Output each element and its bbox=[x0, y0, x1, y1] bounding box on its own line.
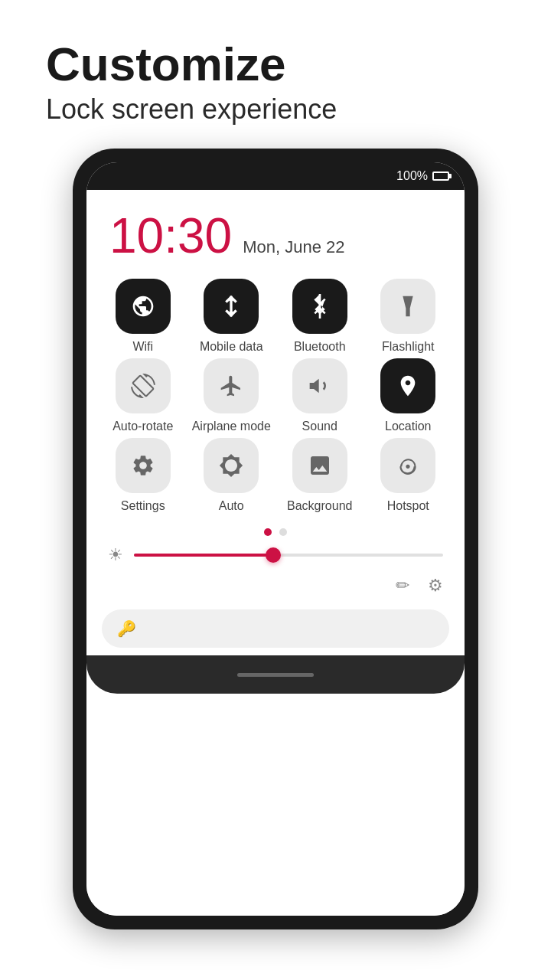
page-dots bbox=[86, 528, 465, 536]
tile-flashlight-label: Flashlight bbox=[382, 340, 434, 354]
tile-settings-label: Settings bbox=[121, 499, 165, 513]
sound-icon bbox=[308, 374, 332, 398]
tile-settings: Settings bbox=[102, 438, 184, 513]
mobile-data-icon bbox=[219, 294, 243, 318]
brightness-row: ☀ bbox=[86, 539, 465, 571]
wifi-icon bbox=[131, 294, 155, 318]
auto-rotate-icon bbox=[131, 374, 155, 398]
tile-bluetooth-label: Bluetooth bbox=[294, 340, 346, 354]
phone-outer: 100% 10:30 Mon, June 22 bbox=[73, 149, 478, 929]
tile-sound: Sound bbox=[279, 358, 361, 433]
tile-wifi: Wifi bbox=[102, 279, 184, 354]
tile-flashlight: Flashlight bbox=[367, 279, 450, 354]
settings-gear-icon[interactable]: ⚙ bbox=[428, 576, 443, 596]
tile-settings-btn[interactable] bbox=[116, 438, 171, 493]
tile-auto-rotate-label: Auto-rotate bbox=[112, 420, 173, 433]
tile-flashlight-btn[interactable] bbox=[380, 279, 435, 334]
battery-percentage: 100% bbox=[396, 169, 428, 183]
tile-wifi-label: Wifi bbox=[132, 340, 153, 354]
clock-row: 10:30 Mon, June 22 bbox=[109, 211, 442, 260]
airplane-icon bbox=[219, 374, 243, 398]
phone-wrapper: 100% 10:30 Mon, June 22 bbox=[0, 149, 551, 929]
tile-mobile-data-label: Mobile data bbox=[200, 340, 263, 354]
clock-date: Mon, June 22 bbox=[243, 237, 344, 257]
tile-hotspot-label: Hotspot bbox=[387, 499, 429, 513]
flashlight-icon bbox=[396, 294, 420, 318]
status-bar: 100% bbox=[86, 162, 465, 190]
page-title: Customize Lock screen experience bbox=[0, 0, 551, 133]
bluetooth-icon bbox=[308, 294, 332, 318]
tile-airplane-mode-btn[interactable] bbox=[204, 358, 259, 413]
tile-bluetooth: Bluetooth bbox=[279, 279, 361, 354]
tile-location: Location bbox=[367, 358, 450, 433]
tiles-row-1: Wifi Mobile data bbox=[102, 279, 449, 354]
tile-bluetooth-btn[interactable] bbox=[292, 279, 347, 334]
screen-content: 10:30 Mon, June 22 bbox=[86, 190, 465, 916]
tile-auto-rotate-btn[interactable] bbox=[116, 358, 171, 413]
main-subtitle: Lock screen experience bbox=[46, 93, 505, 126]
main-title: Customize bbox=[46, 38, 505, 90]
tile-auto-btn[interactable] bbox=[204, 438, 259, 493]
quick-tiles: Wifi Mobile data bbox=[86, 271, 465, 521]
clock-section: 10:30 Mon, June 22 bbox=[86, 190, 465, 271]
tiles-row-2: Auto-rotate Airplane mode bbox=[102, 358, 449, 433]
auto-brightness-icon bbox=[219, 453, 243, 478]
tile-hotspot-btn[interactable] bbox=[380, 438, 435, 493]
keyguard-bar: 🔑 bbox=[102, 609, 449, 648]
tile-background-btn[interactable] bbox=[292, 438, 347, 493]
tile-auto: Auto bbox=[191, 438, 273, 513]
bottom-icons-row: ✏ ⚙ bbox=[86, 571, 465, 603]
brightness-sun-icon: ☀ bbox=[108, 545, 123, 565]
key-icon: 🔑 bbox=[117, 619, 136, 638]
settings-icon bbox=[131, 453, 155, 478]
tile-auto-label: Auto bbox=[219, 499, 244, 513]
location-icon bbox=[396, 374, 420, 398]
tiles-row-3: Settings Auto bbox=[102, 438, 449, 513]
tile-airplane-mode-label: Airplane mode bbox=[192, 420, 271, 433]
tile-location-btn[interactable] bbox=[380, 358, 435, 413]
brightness-track[interactable] bbox=[134, 554, 443, 557]
tile-airplane-mode: Airplane mode bbox=[191, 358, 273, 433]
tile-mobile-data-btn[interactable] bbox=[204, 279, 259, 334]
tile-wifi-btn[interactable] bbox=[116, 279, 171, 334]
svg-marker-1 bbox=[309, 379, 318, 394]
tile-hotspot: Hotspot bbox=[367, 438, 450, 513]
tile-mobile-data: Mobile data bbox=[191, 279, 273, 354]
tile-sound-btn[interactable] bbox=[292, 358, 347, 413]
phone-bottom-strip bbox=[86, 655, 465, 694]
battery-icon bbox=[432, 172, 449, 181]
tile-location-label: Location bbox=[385, 420, 432, 433]
phone-screen: 100% 10:30 Mon, June 22 bbox=[86, 162, 465, 916]
tile-sound-label: Sound bbox=[302, 420, 337, 433]
dot-1 bbox=[264, 528, 272, 536]
tile-background: Background bbox=[279, 438, 361, 513]
nav-pill bbox=[237, 673, 314, 677]
tile-auto-rotate: Auto-rotate bbox=[102, 358, 184, 433]
brightness-fill bbox=[134, 554, 273, 557]
brightness-thumb[interactable] bbox=[266, 547, 281, 563]
clock-time: 10:30 bbox=[109, 211, 232, 260]
hotspot-icon bbox=[396, 453, 420, 478]
dot-2 bbox=[279, 528, 287, 536]
background-icon bbox=[308, 453, 332, 478]
edit-icon[interactable]: ✏ bbox=[396, 576, 409, 596]
tile-background-label: Background bbox=[287, 499, 352, 513]
